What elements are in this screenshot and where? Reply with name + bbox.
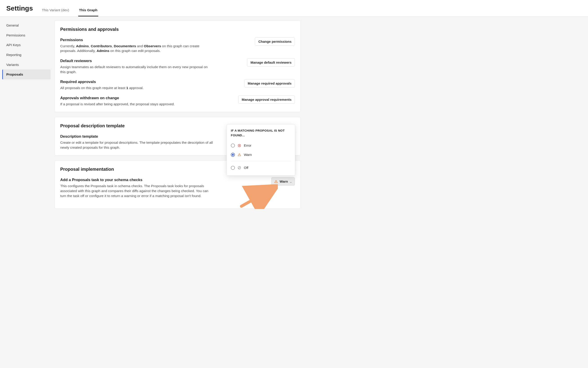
setting-proposals-task: Add a Proposals task to your schema chec…: [60, 177, 295, 198]
setting-label: Approvals withdrawn on change: [60, 95, 213, 101]
setting-label: Permissions: [60, 37, 213, 43]
radio-icon: [231, 144, 235, 147]
card-permissions-approvals: Permissions and approvals Permissions Cu…: [55, 20, 301, 112]
setting-default-reviewers: Default reviewers Assign teammates as de…: [60, 58, 295, 74]
sidebar-item-reporting[interactable]: Reporting: [2, 50, 51, 60]
tab-this-variant[interactable]: This Variant (dev): [41, 8, 70, 16]
change-permissions-button[interactable]: Change permissions: [255, 37, 295, 46]
popover-option-off[interactable]: Off: [231, 163, 291, 172]
content: Permissions and approvals Permissions Cu…: [53, 16, 304, 368]
chevron-down-icon: [290, 180, 292, 183]
manage-default-reviewers-button[interactable]: Manage default reviewers: [247, 58, 295, 67]
header: Settings This Variant (dev) This Graph: [0, 0, 588, 16]
card-title: Permissions and approvals: [60, 26, 295, 32]
setting-desc: This configures the Proposals task in sc…: [60, 184, 213, 198]
warn-triangle-icon: [274, 180, 278, 183]
popover-title: IF A MATCHING PROPOSAL IS NOT FOUND...: [231, 129, 291, 138]
setting-desc: If a proposal is revised after being app…: [60, 102, 213, 107]
setting-required-approvals: Required approvals All proposals on this…: [60, 79, 295, 90]
page-title: Settings: [6, 4, 33, 16]
setting-desc: Currently, Admins, Contributors, Documen…: [60, 44, 213, 53]
setting-permissions: Permissions Currently, Admins, Contribut…: [60, 37, 295, 53]
svg-point-3: [276, 182, 276, 183]
manage-required-approvals-button[interactable]: Manage required approvals: [244, 79, 295, 88]
off-circle-icon: [238, 166, 241, 170]
radio-icon: [231, 153, 235, 157]
option-label: Error: [244, 143, 251, 148]
proposals-task-popover: IF A MATCHING PROPOSAL IS NOT FOUND... E…: [227, 124, 295, 176]
setting-desc: Assign teammates as default reviewers to…: [60, 64, 213, 74]
setting-approvals-withdrawn: Approvals withdrawn on change If a propo…: [60, 95, 295, 106]
sidebar-item-variants[interactable]: Variants: [2, 60, 51, 70]
setting-desc: Create or edit a template for proposal d…: [60, 140, 213, 150]
popover-option-error[interactable]: Error: [231, 141, 291, 150]
svg-point-1: [239, 156, 239, 156]
setting-label: Default reviewers: [60, 58, 213, 64]
sidebar: General Permissions API Keys Reporting V…: [0, 16, 53, 368]
sidebar-item-api-keys[interactable]: API Keys: [2, 40, 51, 50]
setting-label: Description template: [60, 134, 213, 139]
manage-approval-requirements-button[interactable]: Manage approval requirements: [238, 95, 295, 104]
sidebar-item-general[interactable]: General: [2, 20, 51, 30]
select-current-label: Warn: [280, 180, 288, 183]
option-label: Warn: [244, 152, 252, 157]
sidebar-item-permissions[interactable]: Permissions: [2, 30, 51, 40]
popover-option-warn[interactable]: Warn: [231, 150, 291, 159]
option-label: Off: [244, 165, 248, 170]
tab-this-graph[interactable]: This Graph: [78, 8, 98, 16]
proposals-task-select[interactable]: Warn: [271, 177, 295, 185]
setting-desc: All proposals on this graph require at l…: [60, 85, 213, 91]
error-circle-icon: [238, 144, 241, 147]
card-proposal-implementation: Proposal implementation Add a Proposals …: [55, 160, 301, 209]
setting-label: Add a Proposals task to your schema chec…: [60, 177, 213, 183]
sidebar-item-proposals[interactable]: Proposals: [2, 70, 51, 79]
setting-label: Required approvals: [60, 79, 213, 85]
warn-triangle-icon: [238, 153, 241, 156]
radio-icon: [231, 166, 235, 170]
tabs: This Variant (dev) This Graph: [41, 8, 98, 16]
